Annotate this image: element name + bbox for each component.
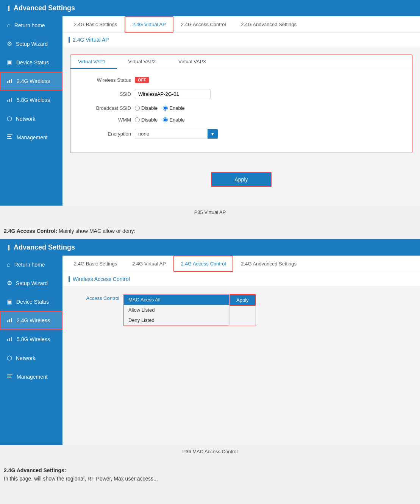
section-label-1: 2.4G Access Control: — [4, 228, 57, 234]
ac-options-box[interactable]: MAC Acess All Allow Listed Deny Listed — [123, 294, 230, 326]
sidebar-item-setup-wizard-1[interactable]: ⚙ Setup Wizard — [0, 34, 62, 53]
vap-tab-2[interactable]: Virtual VAP2 — [117, 55, 167, 69]
vap-card-1: Virtual VAP1 Virtual VAP2 Virtual VAP3 W… — [70, 55, 412, 153]
svg-rect-6 — [7, 134, 12, 135]
sidebar-item-5g-wireless-1[interactable]: 5.8G Wireless — [0, 91, 62, 109]
sidebar-1: ⌂ Return home ⚙ Setup Wizard ▣ Device St… — [0, 16, 62, 206]
network-icon-1: ⬡ — [7, 115, 12, 122]
tab-virtual-ap-1[interactable]: 2.4G Virtual AP — [125, 16, 173, 33]
svg-rect-11 — [11, 318, 12, 322]
tab-access-control-1[interactable]: 2.4G Access Control — [173, 16, 234, 33]
section-title-text-2: Wireless Access Control — [73, 276, 130, 282]
sidebar-label-device-status-2: Device Status — [16, 299, 49, 305]
sidebar-label-2g-wireless-2: 2.4G Wireless — [17, 317, 50, 323]
wireless-status-label: Wireless Status — [82, 77, 131, 83]
sidebar-item-2g-wireless-1[interactable]: 2.4G Wireless — [0, 72, 62, 91]
sidebar-item-management-1[interactable]: Management — [0, 128, 62, 147]
tab-access-control-2[interactable]: 2.4G Access Control — [173, 256, 234, 272]
svg-rect-4 — [9, 99, 10, 102]
ac-option-deny-listed[interactable]: Deny Listed — [124, 315, 229, 325]
ac-option-mac-all[interactable]: MAC Acess All — [124, 295, 229, 305]
header-title-1: Advanced Settings — [14, 4, 75, 12]
sidebar-label-network-1: Network — [16, 116, 35, 122]
tab-advanced-settings-1[interactable]: 2.4G Andvanced Settings — [233, 16, 304, 33]
broadcast-ssid-label: Broadcast SSID — [82, 105, 131, 111]
network-icon-2: ⬡ — [7, 354, 12, 362]
encryption-dropdown[interactable]: none ▾ — [135, 129, 218, 139]
broadcast-enable-radio[interactable]: Enable — [163, 105, 184, 111]
section-title-2: Wireless Access Control — [62, 272, 420, 286]
tab-advanced-settings-2[interactable]: 2.4G Andvanced Settings — [233, 256, 304, 272]
encryption-control: none ▾ — [135, 129, 218, 139]
section-text-1: 2.4G Access Control: Mainly show MAC all… — [0, 222, 420, 239]
vap-tabs-1: Virtual VAP1 Virtual VAP2 Virtual VAP3 — [70, 55, 412, 69]
sidebar-item-2g-wireless-2[interactable]: 2.4G Wireless — [0, 311, 62, 330]
sidebar-item-device-status-2[interactable]: ▣ Device Status — [0, 292, 62, 311]
svg-rect-0 — [7, 81, 8, 83]
svg-rect-9 — [7, 320, 8, 322]
encryption-row: Encryption none ▾ — [82, 129, 401, 139]
sidebar-item-return-home-2[interactable]: ⌂ Return home — [0, 256, 62, 274]
broadcast-enable-label: Enable — [169, 105, 184, 111]
sidebar-label-5g-wireless-2: 5.8G Wireless — [17, 336, 50, 342]
svg-rect-1 — [9, 80, 10, 83]
tabs-bar-1: 2.4G Basic Settings 2.4G Virtual AP 2.4G… — [62, 16, 420, 33]
bottom-title: 2.4G Advanced Settings: — [4, 467, 416, 473]
header-icon-2: ⫿ — [7, 243, 11, 252]
wizard-icon-1: ⚙ — [7, 40, 12, 47]
content-area-1: Virtual VAP1 Virtual VAP2 Virtual VAP3 W… — [62, 47, 420, 202]
ac-label: Access Control — [70, 294, 119, 301]
management-icon-2 — [7, 373, 13, 381]
ssid-control — [135, 89, 211, 99]
apply-button-2[interactable]: Apply — [230, 294, 256, 306]
sidebar-label-return-home-1: Return home — [14, 22, 45, 28]
vap-tab-3[interactable]: Virtual VAP3 — [167, 55, 217, 69]
header-icon-1: ⫿ — [7, 4, 11, 12]
svg-rect-2 — [11, 79, 12, 83]
device-icon-1: ▣ — [7, 59, 12, 66]
dropdown-chevron-icon[interactable]: ▾ — [208, 129, 218, 139]
ssid-input[interactable] — [135, 89, 211, 99]
wmm-enable-radio[interactable]: Enable — [163, 117, 184, 123]
sidebar-item-return-home-1[interactable]: ⌂ Return home — [0, 16, 62, 34]
tab-basic-settings-2[interactable]: 2.4G Basic Settings — [66, 256, 125, 272]
vap-tab-1[interactable]: Virtual VAP1 — [70, 55, 117, 69]
svg-rect-17 — [7, 378, 12, 378]
tab-basic-settings-1[interactable]: 2.4G Basic Settings — [66, 16, 125, 33]
svg-rect-13 — [9, 338, 10, 341]
section-desc-1: Mainly show MAC allow or deny: — [59, 228, 135, 234]
svg-rect-12 — [7, 339, 8, 341]
wireless-icon-1 — [7, 77, 13, 85]
wireless5g-icon-2 — [7, 335, 13, 343]
adv-header-2: ⫿ Advanced Settings — [0, 239, 420, 256]
sidebar-item-setup-wizard-2[interactable]: ⚙ Setup Wizard — [0, 274, 62, 292]
management-icon-1 — [7, 134, 13, 141]
wmm-disable-radio[interactable]: Disable — [135, 117, 158, 123]
device-icon-2: ▣ — [7, 298, 12, 305]
broadcast-disable-radio[interactable]: Disable — [135, 105, 158, 111]
ac-dropdown-list: MAC Acess All Allow Listed Deny Listed — [123, 294, 230, 326]
content-area-2: Access Control MAC Acess All Allow Liste… — [62, 286, 420, 334]
adv-header-1: ⫿ Advanced Settings — [0, 0, 420, 16]
sidebar-item-device-status-1[interactable]: ▣ Device Status — [0, 53, 62, 72]
ac-panel-box: MAC Acess All Allow Listed Deny Listed A… — [123, 294, 256, 326]
svg-rect-14 — [11, 337, 12, 341]
ac-option-allow-listed[interactable]: Allow Listed — [124, 305, 229, 315]
sidebar-label-2g-wireless-1: 2.4G Wireless — [17, 78, 50, 84]
wireless-status-control: OFF — [135, 77, 149, 83]
toggle-off-btn[interactable]: OFF — [135, 77, 149, 83]
sidebar-item-network-2[interactable]: ⬡ Network — [0, 349, 62, 367]
sidebar-item-management-2[interactable]: Management — [0, 367, 62, 386]
ssid-label: SSID — [82, 91, 131, 97]
section-title-1: 2.4G Virtual AP — [62, 33, 420, 47]
wireless-icon-2 — [7, 317, 13, 324]
apply-button-1[interactable]: Apply — [211, 172, 271, 187]
apply-btn-wrap-1: Apply — [70, 161, 412, 195]
tab-virtual-ap-2[interactable]: 2.4G Virtual AP — [125, 256, 173, 272]
sidebar-label-return-home-2: Return home — [14, 262, 45, 268]
svg-rect-15 — [7, 374, 12, 374]
sidebar-item-network-1[interactable]: ⬡ Network — [0, 109, 62, 128]
sidebar-item-5g-wireless-2[interactable]: 5.8G Wireless — [0, 330, 62, 349]
bottom-desc: In this page, will show the regional, RF… — [4, 476, 416, 482]
broadcast-disable-label: Disable — [141, 105, 158, 111]
